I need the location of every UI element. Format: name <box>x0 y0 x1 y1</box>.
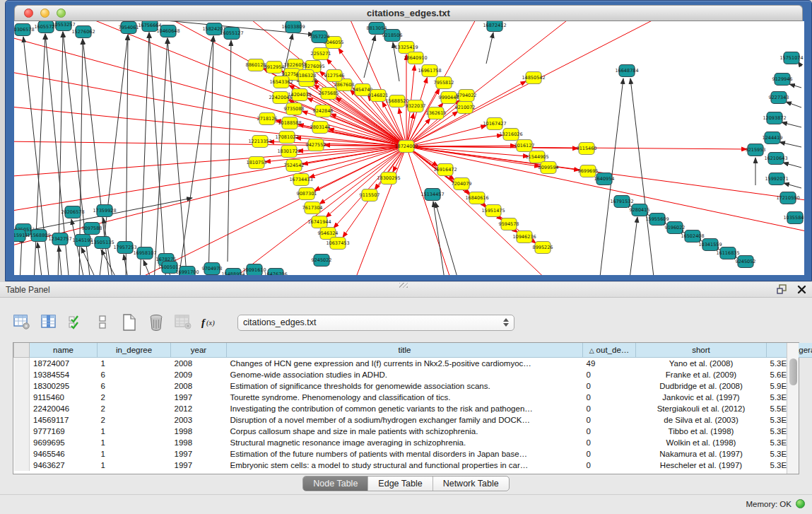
network-node[interactable]: 16872412 <box>483 21 506 32</box>
network-node[interactable]: 1362615 <box>426 107 447 119</box>
window-titlebar[interactable]: citations_edges.txt <box>14 5 803 21</box>
table-cell[interactable]: Dudbridge et al. (2008) <box>636 380 767 392</box>
table-cell[interactable]: 14569117 <box>30 414 98 426</box>
network-node[interactable]: 14850542 <box>522 72 545 84</box>
network-node[interactable]: 10355849 <box>783 212 804 224</box>
network-node[interactable]: 9115507 <box>360 189 380 201</box>
network-node[interactable]: 16961758 <box>418 65 441 77</box>
node-table-grid[interactable]: namein_degreeyeartitle△out_de…shortpager… <box>13 343 812 471</box>
network-node[interactable]: 16734433 <box>289 174 312 186</box>
tab-node-table[interactable]: Node Table <box>303 477 368 491</box>
table-cell[interactable]: 2008 <box>171 380 227 392</box>
network-node[interactable]: 9245022 <box>312 255 332 267</box>
network-node[interactable]: 9322037 <box>406 100 426 112</box>
float-panel-icon[interactable] <box>777 284 787 294</box>
table-cell[interactable]: Jankovic et al. (1997) <box>636 392 767 403</box>
network-node[interactable]: 8186328 <box>296 70 317 82</box>
table-row[interactable]: 946554611997Estimation of the future num… <box>14 448 812 460</box>
network-node[interactable]: 6794022 <box>457 90 477 102</box>
table-cell[interactable]: Hescheler et al. (1997) <box>636 460 767 471</box>
table-cell[interactable]: de Silva et al. (2003) <box>636 414 767 426</box>
network-node[interactable]: 10167427 <box>483 118 506 130</box>
select-rows-icon[interactable] <box>66 313 85 332</box>
network-node[interactable]: 13505135 <box>90 237 114 249</box>
table-cell[interactable]: 1997 <box>171 460 227 471</box>
network-node[interactable]: 18300295 <box>377 173 400 185</box>
table-cell[interactable]: 0 <box>583 426 636 437</box>
network-node[interactable]: 1016127 <box>514 140 535 152</box>
network-node[interactable]: 16840616 <box>465 192 488 204</box>
table-cell[interactable]: Embryonic stem cells: a model to study s… <box>227 460 583 471</box>
column-header-short[interactable]: short <box>636 343 767 358</box>
network-node[interactable]: 12213353 <box>248 136 271 148</box>
table-cell[interactable]: Structural magnetic resonance image aver… <box>227 437 583 448</box>
network-node[interactable]: 17210590 <box>776 192 799 204</box>
network-node[interactable]: 9115460 <box>577 143 597 155</box>
network-node[interactable]: 15134457 <box>420 189 444 201</box>
network-node[interactable]: 7524542 <box>284 160 305 172</box>
network-node[interactable]: 15488954 <box>221 269 245 276</box>
table-row[interactable]: 911546021997Tourette syndrome. Phenomeno… <box>14 392 812 403</box>
table-row[interactable]: 969969511998Structural magnetic resonanc… <box>14 437 812 448</box>
network-node[interactable]: 9594578 <box>499 218 519 230</box>
network-node[interactable]: 16648784 <box>615 65 638 77</box>
column-header-year[interactable]: year <box>171 343 227 358</box>
table-cell[interactable]: 2 <box>98 392 171 403</box>
table-cell[interactable]: 19384554 <box>30 369 98 380</box>
table-cell[interactable]: 22420046 <box>30 403 98 414</box>
table-cell[interactable]: 2009 <box>171 369 227 380</box>
table-scrollbar-thumb[interactable] <box>789 358 797 385</box>
network-node[interactable]: 1640954 <box>594 173 615 185</box>
network-node[interactable]: 9215953 <box>746 144 766 156</box>
table-cell[interactable]: 0 <box>583 403 636 414</box>
network-node[interactable]: 10188588 <box>278 117 301 129</box>
table-cell[interactable]: 9777169 <box>30 426 98 437</box>
table-cell[interactable]: Estimation of the future numbers of pati… <box>227 448 583 460</box>
table-cell[interactable]: 1997 <box>171 448 227 460</box>
network-node[interactable]: 1244419 <box>763 132 783 144</box>
table-cell[interactable]: 2 <box>98 403 171 414</box>
table-row[interactable]: 2242004622012Investigating the contribut… <box>14 403 812 414</box>
network-node[interactable]: 7357224 <box>310 31 330 43</box>
network-node[interactable]: 1810753 <box>247 157 267 169</box>
table-cell[interactable]: 1 <box>98 358 171 370</box>
function-icon[interactable]: f(x) <box>201 313 219 332</box>
table-cell[interactable]: Nakamura et al. (1997) <box>636 448 767 460</box>
network-node[interactable]: 8099594 <box>539 162 559 174</box>
network-node[interactable]: 17081022 <box>275 132 298 144</box>
table-cell[interactable]: 0 <box>583 380 636 392</box>
table-cell[interactable]: 49 <box>583 358 636 370</box>
table-cell[interactable]: 2008 <box>171 358 227 370</box>
table-cell[interactable]: 2 <box>98 414 171 426</box>
new-file-icon[interactable] <box>120 313 139 332</box>
table-cell[interactable]: 1 <box>98 437 171 448</box>
network-canvas[interactable]: 9046055225527115276095801202814204039973… <box>14 21 804 275</box>
table-selector-dropdown[interactable]: citations_edges.txt <box>237 315 514 331</box>
table-cell[interactable]: 1 <box>98 448 171 460</box>
network-node[interactable]: 9427552 <box>306 139 326 151</box>
table-cell[interactable]: Genome-wide association studies in ADHD. <box>227 369 583 380</box>
table-cell[interactable]: 9699695 <box>30 437 98 448</box>
network-node[interactable]: 9129946 <box>772 74 793 86</box>
network-node[interactable]: 9218506 <box>382 30 403 42</box>
column-header-in_degree[interactable]: in_degree <box>98 343 171 358</box>
table-cell[interactable]: 0 <box>583 460 636 471</box>
table-cell[interactable]: Tibbo et al. (1998) <box>636 426 767 437</box>
table-cell[interactable]: 2012 <box>171 403 227 414</box>
network-node[interactable]: 7204079 <box>452 178 472 190</box>
network-node[interactable]: 9699695 <box>578 165 599 177</box>
column-header-name[interactable]: name <box>30 343 98 358</box>
table-cell[interactable]: 9465546 <box>30 448 98 460</box>
column-header-out_de[interactable]: △out_de… <box>583 343 636 358</box>
tab-edge-table[interactable]: Edge Table <box>368 477 433 491</box>
table-row[interactable]: 1456911722003Disruption of a novel membe… <box>14 414 812 426</box>
table-cell[interactable]: Franke et al. (2009) <box>636 369 767 380</box>
table-cell[interactable]: 18724007 <box>30 358 98 370</box>
row-height-icon[interactable] <box>93 313 112 332</box>
table-cell[interactable]: 18300295 <box>30 380 98 392</box>
table-cell[interactable]: Tourette syndrome. Phenomenology and cla… <box>227 392 583 403</box>
table-cell[interactable]: Investigating the contribution of common… <box>227 403 583 414</box>
network-node[interactable]: 9087301 <box>297 188 317 200</box>
table-row[interactable]: 1830029562008Estimation of significance … <box>14 380 812 392</box>
table-cell[interactable]: 1 <box>98 426 171 437</box>
